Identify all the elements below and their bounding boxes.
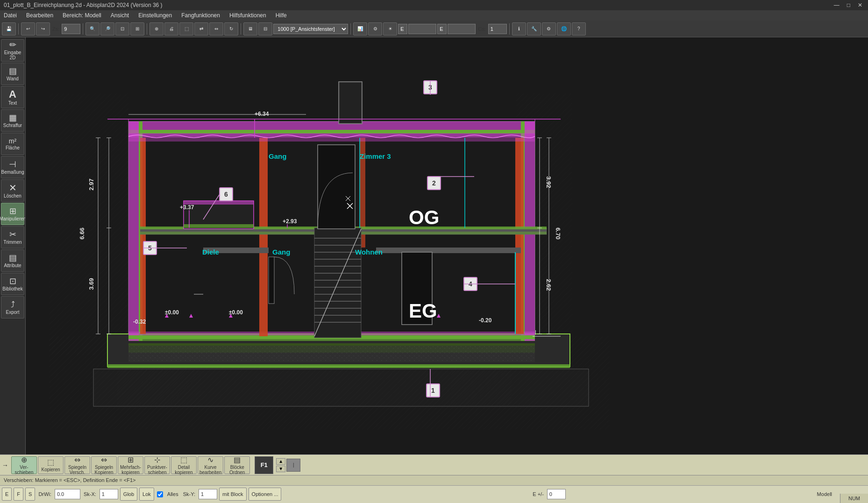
maximize-button[interactable]: □ [845, 2, 852, 8]
mirror-button[interactable]: ⇔ [209, 22, 223, 35]
text-icon: A [9, 89, 16, 99]
sidebar-item-eingabe2d[interactable]: ✏ Eingabe 2D [1, 39, 24, 62]
close-button[interactable]: ✕ [856, 2, 864, 8]
punkt-verschieben-button[interactable]: ⊹ Punktver-schieben [144, 456, 170, 474]
sidebar-item-manipulieren[interactable]: ⊞ Manipulieren [1, 203, 24, 225]
spiegeln-kopieren-button[interactable]: ⇔ SpiegelnKopieren [91, 456, 117, 474]
verschieben-icon: ⊕ [21, 455, 27, 464]
modell-label: Modell [816, 491, 833, 497]
snap-button[interactable]: ⊕ [149, 22, 164, 35]
copy-button[interactable]: ⬚ [179, 22, 193, 35]
e-input-1[interactable] [398, 24, 407, 34]
blocke-ordnen-button[interactable]: ▤ BlöckeOrdnen [224, 456, 250, 474]
svg-rect-63 [340, 83, 361, 123]
scroll-arrows[interactable]: ▲ ▼ [276, 458, 285, 472]
drwi-input[interactable] [55, 489, 80, 499]
layer-button[interactable]: ⊟ [258, 22, 272, 35]
sidebar-item-schraffur[interactable]: ▦ Schraffur [1, 109, 24, 132]
zs-input[interactable] [62, 24, 80, 34]
title-text: 01_plott_B_Einreichplanung.2d - Abisplan… [4, 2, 163, 8]
mehrfach-kopieren-button[interactable]: ⊞ Mehrfach-kopieren [118, 456, 143, 474]
scroll-arrow-left[interactable]: → [2, 461, 8, 469]
monitor-button[interactable]: 🖥 [243, 22, 257, 35]
drwi-label: DrWi: [37, 491, 53, 497]
svg-text:3.69: 3.69 [88, 278, 95, 290]
e-input-4[interactable] [448, 24, 476, 34]
glob-button[interactable]: Glob [120, 488, 137, 501]
scroll-bar[interactable]: | [286, 459, 300, 472]
sidebar-item-loschen[interactable]: ✕ Löschen [1, 179, 24, 202]
kopieren-button[interactable]: ⬚ Kopieren [38, 456, 64, 474]
kurve-bearbeiten-button[interactable]: ∿ Kurvebearbeiten [198, 456, 223, 474]
move-button[interactable]: ⇄ [194, 22, 208, 35]
menubar-item-datei[interactable]: Datei [2, 11, 19, 20]
zoom-fit-button[interactable]: ⊡ [115, 22, 129, 35]
e-button[interactable]: E [2, 488, 12, 501]
cs-input[interactable] [488, 24, 507, 34]
s-button[interactable]: S [25, 488, 35, 501]
scroll-down-button[interactable]: ▼ [276, 466, 285, 472]
optionen-button[interactable]: Optionen ... [249, 488, 282, 501]
menubar-item-hilfe[interactable]: Hilfe [274, 11, 289, 20]
sidebar-item-flaeche[interactable]: m² Fläche [1, 133, 24, 155]
svg-rect-18 [117, 369, 201, 406]
sidebar-item-trimmen[interactable]: ✂ Trimmen [1, 226, 24, 248]
plan-svg: 2.97 3.69 6.66 3.92 2.62 6.70 +6.34 +3.3… [26, 37, 868, 475]
alles-checkbox[interactable] [157, 491, 163, 497]
spiegeln-versch-button[interactable]: ⇔ SpiegelnVersch. [64, 456, 90, 474]
save-button[interactable]: 💾 [2, 22, 16, 35]
tb-tools-button[interactable]: 🔧 [527, 22, 541, 35]
menubar-item-hilfsfunktionen[interactable]: Hilfsfunktionen [228, 11, 268, 20]
menubar-item-bereichmodell[interactable]: Bereich: Modell [61, 11, 103, 20]
menubar-item-einstellungen[interactable]: Einstellungen [136, 11, 174, 20]
svg-text:Zimmer 3: Zimmer 3 [360, 152, 391, 160]
e-input-3[interactable] [437, 24, 447, 34]
sun-button[interactable]: ☀ [383, 22, 397, 35]
mit-block-button[interactable]: mit Block [219, 488, 247, 501]
svg-rect-59 [269, 257, 274, 304]
print-button[interactable]: 🖨 [164, 22, 178, 35]
toolbar: 💾 ↩ ↪ Zs: 🔍 🔎 ⊡ ⊞ ⊕ 🖨 ⬚ ⇄ ⇔ ↻ 🖥 ⊟ 1000 [… [0, 21, 868, 37]
skx-label: Sk-X: [82, 491, 98, 497]
detail-kopieren-button[interactable]: ⬚ Detailkopieren [171, 456, 197, 474]
svg-rect-31 [259, 248, 268, 336]
menubar-item-bearbeiten[interactable]: Bearbeiten [24, 11, 55, 20]
sidebar-item-bibliothek[interactable]: ⊡ Bibliothek [1, 273, 24, 295]
scroll-up-button[interactable]: ▲ [276, 458, 285, 465]
e-input-2[interactable] [408, 24, 436, 34]
tb-net-button[interactable]: 🌐 [557, 22, 571, 35]
zoom-window-button[interactable]: ⊞ [130, 22, 144, 35]
rotate-button[interactable]: ↻ [224, 22, 238, 35]
zoom-out-button[interactable]: 🔎 [100, 22, 114, 35]
tb-config-button[interactable]: ⚙ [542, 22, 556, 35]
sky-input[interactable] [199, 489, 217, 499]
sidebar-item-export[interactable]: ⤴ Export [1, 296, 24, 319]
f1-button[interactable]: F1 [255, 456, 273, 474]
svg-text:Gang: Gang [269, 152, 286, 160]
lok-button[interactable]: Lok [139, 488, 154, 501]
skx-input[interactable] [100, 489, 118, 499]
canvas-area[interactable]: 2.97 3.69 6.66 3.92 2.62 6.70 +6.34 +3.3… [26, 37, 868, 475]
f-button[interactable]: F [14, 488, 23, 501]
layer-combo[interactable]: 1000 [P_Ansichtsfenster] [273, 24, 348, 34]
e-plus-minus-input[interactable] [547, 489, 566, 499]
sidebar-item-attribute[interactable]: ▤ Attribute [1, 249, 24, 272]
settings-button[interactable]: ⚙ [368, 22, 382, 35]
minimize-button[interactable]: — [832, 2, 841, 8]
svg-rect-20 [128, 121, 535, 130]
verschieben-button[interactable]: ⊕ Ver-schieben [11, 456, 37, 474]
svg-text:-0.32: -0.32 [133, 319, 146, 325]
toolbar-separator-3 [147, 23, 147, 35]
titlebar: 01_plott_B_Einreichplanung.2d - Abisplan… [0, 0, 868, 10]
sidebar-item-text[interactable]: A Text [1, 86, 24, 108]
sidebar-item-wand[interactable]: ▤ Wand [1, 63, 24, 85]
redo-button[interactable]: ↪ [36, 22, 50, 35]
menubar-item-fangfunktionen[interactable]: Fangfunktionen [179, 11, 222, 20]
undo-button[interactable]: ↩ [21, 22, 35, 35]
tb-help-button[interactable]: ? [572, 22, 586, 35]
sidebar-item-bemaszung[interactable]: ⊣ Bemaßung [1, 156, 24, 178]
tb-info-button[interactable]: ℹ [512, 22, 526, 35]
chart-button[interactable]: 📊 [353, 22, 367, 35]
menubar-item-ansicht[interactable]: Ansicht [109, 11, 131, 20]
zoom-in-button[interactable]: 🔍 [85, 22, 100, 35]
